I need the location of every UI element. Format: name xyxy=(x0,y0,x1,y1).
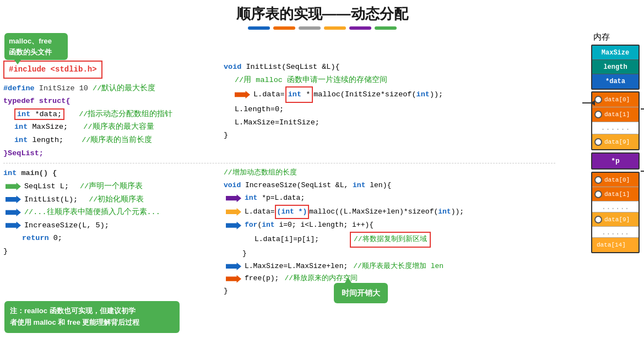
purple-arrow xyxy=(226,194,241,202)
for-head-line: for(int i=0; i<L.length; i++){ xyxy=(224,219,555,232)
seqlist-line: SeqList L; //声明一个顺序表 xyxy=(3,180,224,193)
copy-line: L.data[i]=p[i]; //将数据复制到新区域 xyxy=(224,232,555,248)
for-end-line: } xyxy=(224,248,555,260)
p-cell: *p xyxy=(591,152,640,170)
title-area: 顺序表的实现——动态分配 xyxy=(0,0,644,32)
int-length-line: int length; //顺序表的当前长度 xyxy=(3,134,224,147)
memory-panel: 内存 MaxSize length *data data[0] data[1 xyxy=(559,32,644,337)
int-maxsize-line: int MaxSize; //顺序表的最大容量 xyxy=(3,121,224,134)
callout-box: malloc、free 函数的头文件 xyxy=(4,33,68,60)
orange-arrow xyxy=(235,91,250,99)
length-cell: length xyxy=(592,60,638,74)
yellow-arrow xyxy=(226,208,241,216)
return-line: return 0; xyxy=(3,232,224,245)
dots-cell-bot1: ...... xyxy=(592,201,638,212)
blue-arrow-5 xyxy=(226,263,241,270)
main-code-area: int main() { SeqList L; //声明一个顺序表 InitLi… xyxy=(3,167,224,298)
time-tag: 时间开销大 xyxy=(334,283,388,303)
data1-cell-bot: data[1] xyxy=(592,187,638,201)
increase-func-area: //增加动态数组的长度 void IncreaseSize(SeqList &L… xyxy=(224,167,555,298)
green-arrow-1 xyxy=(6,183,21,190)
init-func-area: void InitList(SeqList &L){ //用 malloc 函数… xyxy=(224,32,555,160)
main-end: } xyxy=(3,245,224,258)
init-end: } xyxy=(224,129,555,142)
increase-comment: //增加动态数组的长度 xyxy=(224,167,555,179)
comment-insert-line: //...往顺序表中随便插入几个元素... xyxy=(3,206,224,219)
data9-cell-bot: data[9] xyxy=(592,212,638,227)
blue-arrow-4 xyxy=(226,222,241,230)
define-line: #define InitSize 10 //默认的最大长度 xyxy=(3,82,224,95)
init-data-assign: L.data= int * malloc(InitSize*sizeof(int… xyxy=(224,86,555,103)
data14-cell-bot: data[14] xyxy=(592,238,638,252)
color-bar-5 xyxy=(349,26,371,30)
memory-struct: MaxSize length *data xyxy=(591,45,640,90)
color-bar-2 xyxy=(273,26,295,30)
data9-cell-top: data[9] xyxy=(592,134,638,149)
blue-arrow-3 xyxy=(6,222,21,230)
orange-arrow-2 xyxy=(226,275,241,283)
dots-cell-bot2: ...... xyxy=(592,227,638,238)
data1-cell-top: data[1] xyxy=(592,107,638,122)
int-data-line: int *data; //指示动态分配数组的指针 xyxy=(3,108,224,121)
p-assign-line: int *p=L.data; xyxy=(224,192,555,205)
increase-end: } xyxy=(224,285,555,298)
init-maxsize: L.MaxSize=InitSize; xyxy=(224,116,555,129)
page-title: 顺序表的实现——动态分配 xyxy=(0,4,644,24)
memory-data-bottom: data[0] data[1] ...... data[9] ...... da… xyxy=(591,172,640,253)
memory-title: 内存 xyxy=(563,32,640,42)
note-box: 注：realloc 函数也可实现，但建议初学 者使用 malloc 和 free… xyxy=(4,301,180,333)
color-bar-3 xyxy=(299,26,321,30)
init-comment1: //用 malloc 函数申请一片连续的存储空间 xyxy=(224,74,555,87)
init-head: void InitList(SeqList &L){ xyxy=(224,61,555,74)
memory-data-top: data[0] data[1] ...... data[9] xyxy=(591,91,640,150)
data0-cell-bot: data[0] xyxy=(592,173,638,187)
maxsize-line: L.MaxSize=L.MaxSize+len; //顺序表最大长度增加 len xyxy=(224,260,555,273)
increase-head: void IncreaseSize(SeqList &L, int len){ xyxy=(224,179,555,192)
color-bar-1 xyxy=(248,26,270,30)
seqlist-end-line: }SeqList; xyxy=(3,147,224,160)
dots-cell-top: ...... xyxy=(592,122,638,134)
blue-arrow-1 xyxy=(6,195,21,203)
free-line: free(p); //释放原来的内存空间 xyxy=(224,272,555,285)
color-bar xyxy=(0,26,644,30)
color-bar-4 xyxy=(324,26,346,30)
blue-arrow-2 xyxy=(6,209,21,216)
init-length: L.length=0; xyxy=(224,103,555,116)
color-bar-6 xyxy=(375,26,397,30)
data-ptr-cell: *data xyxy=(592,74,638,89)
typedef-line: typedef struct{ xyxy=(3,95,224,108)
data0-cell-top: data[0] xyxy=(592,92,638,107)
initlist-line: InitList(L); //初始化顺序表 xyxy=(3,193,224,206)
ldata-assign-line: L.data=(int *) malloc((L.MaxSize+len)*si… xyxy=(224,205,555,220)
main-head: int main() { xyxy=(3,167,224,180)
maxsize-cell: MaxSize xyxy=(592,46,638,60)
increase-line: IncreaseSize(L, 5); xyxy=(3,219,224,232)
